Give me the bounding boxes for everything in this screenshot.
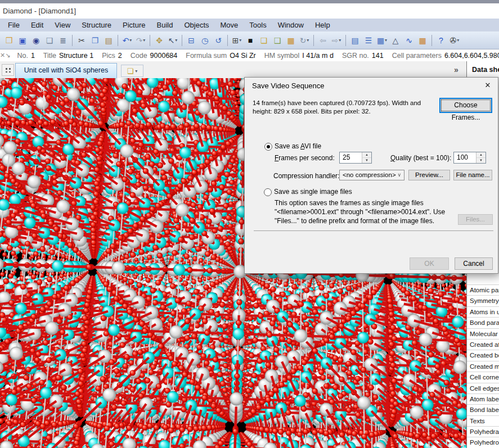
datasheet-item-polyhedron-faces[interactable]: Polyhedron faces <box>467 437 499 448</box>
history-panel-icon[interactable]: ◷ <box>199 34 211 47</box>
data-table-dropdown-arrow[interactable]: ▾ <box>385 34 387 47</box>
choose-frames-button[interactable]: Choose Frames... <box>439 98 492 113</box>
back-icon[interactable]: ⇦ <box>317 34 329 47</box>
single-images-description-3: "Files..." to define prefix and format o… <box>275 216 434 225</box>
datasheet-item-cell-edges[interactable]: Cell edges <box>467 383 499 394</box>
quality-spin-buttons[interactable]: ▲▼ <box>476 152 485 163</box>
report-icon[interactable]: ▤ <box>349 34 361 47</box>
undo-panel-icon[interactable]: ↺ <box>212 34 224 47</box>
datasheet-item-molecular-parameters[interactable]: Molecular parameters <box>467 329 499 340</box>
menu-move[interactable]: Move <box>215 19 244 31</box>
datasheet-item-atomic-parameters[interactable]: Atomic parameters <box>467 285 499 296</box>
datasheet-item-texts[interactable]: Texts <box>467 416 499 427</box>
find-icon[interactable]: ◉ <box>30 34 42 47</box>
new-picture-icon[interactable]: ❏ <box>258 34 270 47</box>
menu-edit[interactable]: Edit <box>25 19 49 31</box>
distance-measure-icon[interactable]: △ <box>389 34 402 47</box>
help-icon[interactable]: ? <box>435 34 447 47</box>
paste-icon[interactable]: ▤ <box>102 34 115 47</box>
spin-up-icon[interactable]: ▲ <box>362 152 371 158</box>
picture-history-icon[interactable]: ↻▾ <box>298 34 311 47</box>
new-picture-dropdown-arrow[interactable]: ▾ <box>135 69 137 74</box>
open-icon[interactable]: ❒ <box>3 34 15 47</box>
picture-grid-icon[interactable]: ⊞▾ <box>231 34 243 47</box>
print-icon[interactable]: ≣ <box>57 34 69 47</box>
help-glyph: ? <box>439 34 443 47</box>
forward-dropdown-arrow[interactable]: ▾ <box>339 34 341 47</box>
save-as-single-images-radio[interactable] <box>264 188 272 196</box>
datasheet-item-atoms-in-unit-cell[interactable]: Atoms in unit cell <box>467 307 499 318</box>
info-field-value: 2 <box>118 52 122 60</box>
powder-pattern-icon[interactable]: ∿ <box>403 34 415 47</box>
redo-icon[interactable]: ↷▾ <box>134 34 147 47</box>
fps-spin-buttons[interactable]: ▲▼ <box>362 152 371 163</box>
datasheet-item-bond-parameters[interactable]: Bond parameters <box>467 318 499 328</box>
datasheet-item-bond-labels[interactable]: Bond labels <box>467 405 499 415</box>
undo-icon[interactable]: ↶▾ <box>121 34 133 47</box>
capture-info-line2: height: 829 x 658 pixel. Bits per pixel:… <box>253 108 371 115</box>
video-camera-icon[interactable]: ✇▾ <box>448 34 461 47</box>
tab-data-sheet[interactable]: Data sheet <box>467 61 499 78</box>
export-picture-icon[interactable]: ▦ <box>285 34 297 47</box>
pan-hand-icon[interactable]: ✥ <box>153 34 165 47</box>
file-name-button[interactable]: File name... <box>453 170 492 180</box>
spin-up-icon[interactable]: ▲ <box>476 152 485 158</box>
picture-grid-dropdown-arrow[interactable]: ▾ <box>239 34 241 47</box>
pointer-dropdown-arrow[interactable]: ▾ <box>175 34 177 47</box>
redo-dropdown-arrow[interactable]: ▾ <box>143 34 145 47</box>
print-preview-icon[interactable]: ❏ <box>43 34 56 47</box>
ok-button[interactable]: OK <box>410 257 449 270</box>
datasheet-item-created-molecules[interactable]: Created molecules <box>467 361 499 372</box>
copy-picture-icon[interactable]: ❑ <box>271 34 284 47</box>
data-table-icon[interactable]: ▦▾ <box>376 34 388 47</box>
menu-tools[interactable]: Tools <box>244 19 272 31</box>
info-close-icon[interactable]: ✕ <box>0 52 5 59</box>
quality-value[interactable]: 100 <box>457 153 468 161</box>
datasheet-item-symmetry[interactable]: Symmetry <box>467 296 499 306</box>
forward-icon[interactable]: ⇨▾ <box>330 34 343 47</box>
menu-objects[interactable]: Objects <box>178 19 214 31</box>
datasheet-item-created-bonds[interactable]: Created bonds <box>467 350 499 361</box>
forward-glyph: ⇨ <box>332 34 339 47</box>
tab-unit-cell-with-sio4-spheres[interactable]: Unit cell with SiO4 spheres <box>15 63 117 78</box>
spin-down-icon[interactable]: ▼ <box>362 158 371 163</box>
cancel-button[interactable]: Cancel <box>455 257 493 270</box>
datasheet-item-polyhedra[interactable]: Polyhedra <box>467 427 499 437</box>
tab-overflow-chevron[interactable]: » <box>448 61 465 78</box>
menu-file[interactable]: File <box>2 19 25 31</box>
copy-icon[interactable]: ❐ <box>89 34 101 47</box>
menu-view[interactable]: View <box>49 19 76 31</box>
fps-value[interactable]: 25 <box>343 153 350 161</box>
find-glyph: ◉ <box>33 34 39 47</box>
blank-picture-icon[interactable]: ■ <box>244 34 257 47</box>
spin-down-icon[interactable]: ▼ <box>476 158 485 163</box>
quality-spinner[interactable]: 100 ▲▼ <box>453 152 486 164</box>
dialog-close-button[interactable]: ✕ <box>479 79 497 92</box>
pointer-icon[interactable]: ↖▾ <box>167 34 179 47</box>
picture-history-dropdown-arrow[interactable]: ▾ <box>307 34 309 47</box>
new-picture-tab-button[interactable]: ❏ ▾ <box>121 65 143 77</box>
datasheet-item-created-atoms[interactable]: Created atoms <box>467 340 499 350</box>
pane-grid-button[interactable] <box>2 64 14 76</box>
combo-chevron-icon[interactable]: ∨ <box>397 170 401 180</box>
save-icon[interactable]: ▣ <box>16 34 29 47</box>
menu-structure[interactable]: Structure <box>76 19 117 31</box>
menu-window[interactable]: Window <box>272 19 309 31</box>
menu-picture[interactable]: Picture <box>117 19 151 31</box>
video-camera-dropdown-arrow[interactable]: ▾ <box>457 34 459 47</box>
undo-dropdown-arrow[interactable]: ▾ <box>129 34 132 47</box>
fps-spinner[interactable]: 25 ▲▼ <box>339 152 372 164</box>
compression-combobox[interactable]: <no compression>∨ <box>339 170 404 180</box>
properties-icon[interactable]: ☰ <box>362 34 375 47</box>
datasheet-item-cell-corners[interactable]: Cell corners <box>467 372 499 383</box>
navigation-panel-icon[interactable]: ⊟ <box>185 34 197 47</box>
cut-icon[interactable]: ✂ <box>75 34 88 47</box>
datasheet-item-atom-labels[interactable]: Atom labels <box>467 394 499 405</box>
preview-button[interactable]: Preview... <box>408 170 450 180</box>
menu-help[interactable]: Help <box>309 19 336 31</box>
colored-table-icon[interactable]: ▦ <box>416 34 429 47</box>
files-button[interactable]: Files... <box>458 214 493 225</box>
save-as-avi-radio[interactable] <box>264 143 272 151</box>
info-expand-corner-icon[interactable]: ↘ <box>5 52 10 59</box>
menu-build[interactable]: Build <box>151 19 179 31</box>
